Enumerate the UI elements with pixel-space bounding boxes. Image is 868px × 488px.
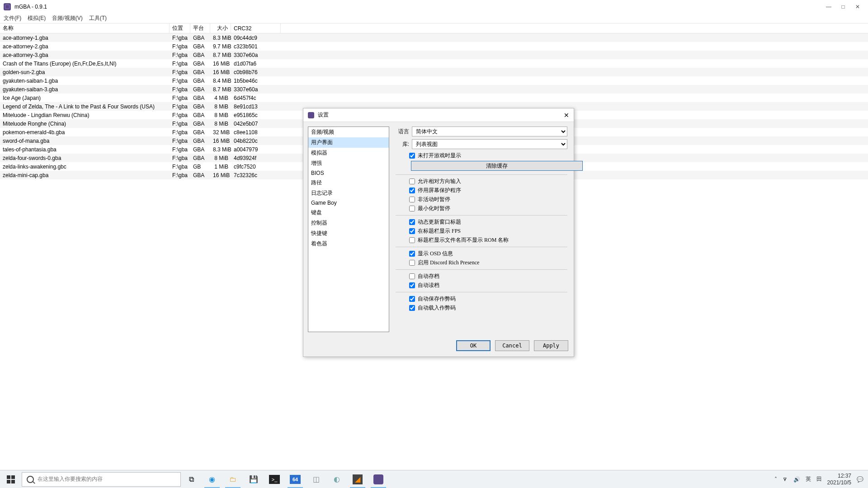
col-crc[interactable]: CRC32 <box>231 23 281 33</box>
volume-icon[interactable]: 🔊 <box>793 476 800 483</box>
chk-dynamic-title[interactable] <box>409 219 415 225</box>
taskbar-app-edge[interactable]: ◉ <box>202 470 222 488</box>
apply-button[interactable]: Apply <box>534 340 568 351</box>
taskbar-app-misc2[interactable]: ◐ <box>326 470 347 488</box>
close-button[interactable]: ✕ <box>854 4 861 10</box>
language-select[interactable]: 简体中文 <box>412 127 567 136</box>
settings-tab[interactable]: 用户界面 <box>308 137 389 148</box>
ok-button[interactable]: OK <box>456 340 491 351</box>
settings-tab[interactable]: BIOS <box>308 169 389 178</box>
chk-auto-save-cheats[interactable] <box>409 296 415 302</box>
menu-tools[interactable]: 工具(T) <box>89 14 107 22</box>
start-button[interactable] <box>0 470 22 488</box>
taskbar-app-misc1[interactable]: ◫ <box>306 470 326 488</box>
chk-pause-inactive[interactable] <box>409 197 415 202</box>
chk-auto-load[interactable] <box>409 282 415 288</box>
taskbar-app-terminal[interactable]: >_ <box>264 470 285 488</box>
chk-allow-relative-input[interactable] <box>409 178 415 184</box>
taskbar-search[interactable]: 在这里输入你要搜索的内容 <box>22 472 181 487</box>
table-row[interactable]: ace-attorney-3.gbaF:\gbaGBA8.7 MiB3307e6… <box>0 51 868 59</box>
library-label: 库: <box>396 141 409 148</box>
chk-filename-title[interactable] <box>409 237 415 243</box>
settings-category-list: 音频/视频用户界面模拟器增强BIOS路径日志记录Game Boy键盘控制器快捷键… <box>308 127 389 332</box>
settings-tab[interactable]: 模拟器 <box>308 148 389 158</box>
settings-dialog: 设置 ✕ 音频/视频用户界面模拟器增强BIOS路径日志记录Game Boy键盘控… <box>303 108 574 357</box>
language-label: 语言 <box>396 128 409 136</box>
table-header[interactable]: 名称 位置 平台 大小 CRC32 <box>0 23 868 33</box>
chk-pause-minimized[interactable] <box>409 206 415 211</box>
wifi-icon[interactable]: ⛛ <box>783 476 788 483</box>
col-size[interactable]: 大小 <box>210 23 231 33</box>
taskbar-app-64[interactable]: 64 <box>285 470 306 488</box>
taskbar: 在这里输入你要搜索的内容 ⧉ ◉ 🗀 💾 >_ 64 ◫ ◐ ◢ ˄ ⛛ 🔊 英… <box>0 470 868 488</box>
table-row[interactable]: ace-attorney-2.gbaF:\gbaGBA9.7 MiBc323b5… <box>0 42 868 51</box>
table-row[interactable]: ace-attorney-1.gbaF:\gbaGBA8.3 MiB09c44d… <box>0 33 868 42</box>
settings-tab[interactable]: 控制器 <box>308 218 389 228</box>
chk-fps-title[interactable] <box>409 228 415 234</box>
ime-lang[interactable]: 英 <box>806 475 811 483</box>
settings-tab[interactable]: 键盘 <box>308 207 389 218</box>
task-view-button[interactable]: ⧉ <box>181 470 202 488</box>
settings-tab[interactable]: 快捷键 <box>308 228 389 239</box>
tray-expand-icon[interactable]: ˄ <box>774 476 777 483</box>
clock[interactable]: 12:37 2021/10/5 <box>827 473 851 486</box>
chk-auto-save[interactable] <box>409 273 415 279</box>
taskbar-app-mgba[interactable] <box>368 470 389 488</box>
maximize-button[interactable]: □ <box>840 4 846 10</box>
search-icon <box>27 476 34 483</box>
chk-discord-rich-presence[interactable] <box>409 260 415 266</box>
table-row[interactable]: golden-sun-2.gbaF:\gbaGBA16 MiBc0b98b76 <box>0 68 868 76</box>
settings-tab[interactable]: 增强 <box>308 158 389 169</box>
dialog-icon <box>308 112 314 118</box>
taskbar-app-explorer[interactable]: 🗀 <box>222 470 243 488</box>
settings-tab[interactable]: Game Boy <box>308 198 389 207</box>
app-icon <box>4 3 11 10</box>
dialog-title: 设置 <box>318 111 564 119</box>
settings-tab[interactable]: 日志记录 <box>308 188 389 198</box>
library-select[interactable]: 列表视图 <box>412 139 567 149</box>
dialog-close-button[interactable]: ✕ <box>564 112 569 119</box>
settings-tab[interactable]: 音频/视频 <box>308 127 389 137</box>
chk-show-osd[interactable] <box>409 251 415 257</box>
system-tray: ˄ ⛛ 🔊 英 田 12:37 2021/10/5 💬 <box>774 473 868 486</box>
settings-tab[interactable]: 路径 <box>308 178 389 188</box>
minimize-button[interactable]: — <box>826 4 832 10</box>
taskbar-app-save[interactable]: 💾 <box>243 470 264 488</box>
menubar: 文件(F) 模拟(E) 音频/视频(V) 工具(T) <box>0 14 868 23</box>
clear-cache-button[interactable]: 清除缓存 <box>411 161 583 171</box>
col-platform[interactable]: 平台 <box>190 23 210 33</box>
menu-audio-video[interactable]: 音频/视频(V) <box>52 14 82 22</box>
cancel-button[interactable]: Cancel <box>495 340 529 351</box>
menu-emulation[interactable]: 模拟(E) <box>28 14 46 22</box>
table-row[interactable]: gyakuten-saiban-1.gbaF:\gbaGBA8.4 MiB1b5… <box>0 76 868 85</box>
col-location[interactable]: 位置 <box>170 23 190 33</box>
taskbar-app-sublime[interactable]: ◢ <box>347 470 368 488</box>
chk-auto-load-cheats[interactable] <box>409 305 415 311</box>
table-row[interactable]: gyakuten-saiban-3.gbaF:\gbaGBA8.7 MiB330… <box>0 85 868 94</box>
menu-file[interactable]: 文件(F) <box>4 14 21 22</box>
col-name[interactable]: 名称 <box>0 23 170 33</box>
window-titlebar: mGBA - 0.9.1 — □ ✕ <box>0 0 868 14</box>
ime-mode[interactable]: 田 <box>816 475 822 483</box>
chk-show-no-game[interactable] <box>409 153 415 159</box>
settings-tab[interactable]: 着色器 <box>308 239 389 249</box>
notifications-icon[interactable]: 💬 <box>857 476 863 483</box>
table-row[interactable]: Crash of the Titans (Europe) (En,Fr,De,E… <box>0 59 868 68</box>
search-placeholder: 在这里输入你要搜索的内容 <box>38 475 103 483</box>
window-title: mGBA - 0.9.1 <box>14 4 826 10</box>
table-row[interactable]: Ice Age (Japan)F:\gbaGBA4 MiB6d457f4c <box>0 94 868 102</box>
chk-disable-screensaver[interactable] <box>409 188 415 193</box>
